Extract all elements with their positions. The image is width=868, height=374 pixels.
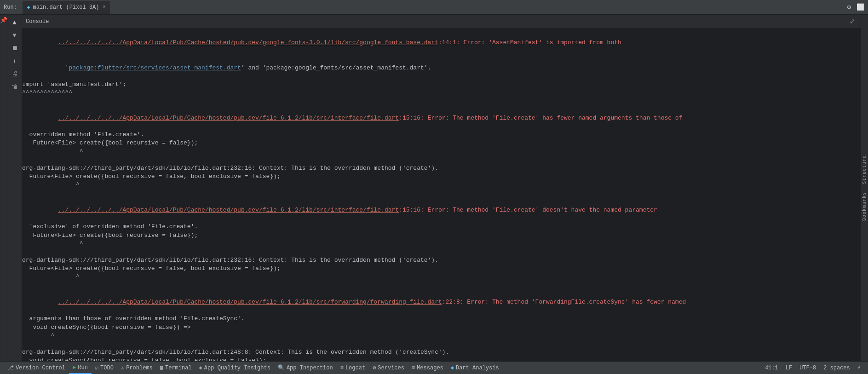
run-icon: ▶ xyxy=(73,364,76,371)
side-tabs: Structure Bookmarks xyxy=(861,15,868,361)
messages-item[interactable]: ≡ Messages xyxy=(408,362,447,374)
dart-analysis-icon: ◆ xyxy=(451,364,454,371)
version-control-label: Version Control xyxy=(16,365,65,371)
problems-label: Problems xyxy=(126,365,153,371)
left-sidebar: ▲ ▼ ⏹ ⬇ 🖨 🗑 xyxy=(7,15,22,361)
logcat-icon: ≡ xyxy=(340,365,344,371)
console-toolbar: Console ⤢ xyxy=(22,15,861,29)
pin-icon[interactable]: 📌 xyxy=(0,17,7,24)
error-line-2d: ^ xyxy=(22,148,861,156)
todo-label: TODO xyxy=(100,365,114,371)
filter-button[interactable]: ⬇ xyxy=(9,55,21,67)
spacer-1 xyxy=(22,98,861,106)
settings-icon[interactable]: ⚙ xyxy=(847,3,851,11)
indent[interactable]: 2 spaces xyxy=(820,365,854,371)
context-line-3b: void createSync({bool recursive = false,… xyxy=(22,357,861,361)
cursor-position[interactable]: 41:1 xyxy=(761,365,782,371)
toolbar-expand-icon[interactable]: ⤢ xyxy=(848,17,857,26)
stop-button[interactable]: ⏹ xyxy=(9,42,21,54)
app-quality-item[interactable]: ◈ App Quality Insights xyxy=(195,362,274,374)
error-line-1d: ^^^^^^^^^^^^^^ xyxy=(22,89,861,97)
spacer-3 xyxy=(22,190,861,198)
context-line-1c: ^ xyxy=(22,181,861,189)
error-line-3d: ^ xyxy=(22,240,861,248)
indent-value: 2 spaces xyxy=(823,365,850,371)
console-label: Console xyxy=(26,18,49,25)
todo-item[interactable]: ☑ TODO xyxy=(92,362,117,374)
error-link-3[interactable]: ../../../../../../AppData/Local/Pub/Cach… xyxy=(58,207,399,213)
spacer-4 xyxy=(22,248,861,256)
error-line-4d: ^ xyxy=(22,332,861,340)
app-inspection-item[interactable]: 🔍 App Inspection xyxy=(274,362,337,374)
messages-icon: ≡ xyxy=(412,365,415,371)
link-flutter-services[interactable]: package:flutter/src/services/asset_manif… xyxy=(69,64,241,71)
run-label: Run: xyxy=(4,4,17,11)
console-output[interactable]: ../../../../../../AppData/Local/Pub/Cach… xyxy=(22,29,861,361)
error-line-1: ../../../../../../AppData/Local/Pub/Cach… xyxy=(22,30,861,56)
app-quality-label: App Quality Insights xyxy=(204,365,270,371)
services-icon: ⚙ xyxy=(373,364,376,371)
structure-tab[interactable]: Structure xyxy=(861,151,868,188)
services-item[interactable]: ⚙ Services xyxy=(369,362,408,374)
problems-item[interactable]: ⚠ Problems xyxy=(117,362,156,374)
error-link-1[interactable]: ../../../../../../AppData/Local/Pub/Cach… xyxy=(58,39,438,46)
encoding-value: UTF-8 xyxy=(799,365,816,371)
line-ending-value: LF xyxy=(786,365,792,371)
bookmarks-tab[interactable]: Bookmarks xyxy=(861,188,868,224)
context-line-2b: Future<File> create({bool recursive = fa… xyxy=(22,265,861,273)
encoding[interactable]: UTF-8 xyxy=(796,365,820,371)
run-item[interactable]: ▶ Run xyxy=(69,362,92,374)
run-label: Run xyxy=(78,364,88,371)
context-line-1: org-dartlang-sdk:///third_party/dart/sdk… xyxy=(22,164,861,173)
print-button[interactable]: 🖨 xyxy=(9,68,21,80)
main-tab[interactable]: ◆ main.dart (Pixel 3A) × xyxy=(23,1,110,14)
error-line-2c: Future<File> create({bool recursive = fa… xyxy=(22,139,861,147)
context-line-3: org-dartlang-sdk:///third_party/dart/sdk… xyxy=(22,348,861,357)
title-bar: Run: ◆ main.dart (Pixel 3A) × ⚙ ⬜ xyxy=(0,0,868,15)
dart-analysis-label: Dart Analysis xyxy=(456,365,499,371)
error-line-1b: 'package:flutter/src/services/asset_mani… xyxy=(22,56,861,81)
power-save[interactable]: ⚡ xyxy=(854,364,864,371)
app-quality-icon: ◈ xyxy=(199,364,202,371)
messages-label: Messages xyxy=(417,365,443,371)
problems-icon: ⚠ xyxy=(121,364,124,371)
services-label: Services xyxy=(378,365,404,371)
pin-area: 📌 xyxy=(0,15,7,361)
error-line-4b: arguments than those of overridden metho… xyxy=(22,315,861,323)
dart-icon: ◆ xyxy=(27,4,30,10)
expand-icon[interactable]: ⬜ xyxy=(857,3,864,11)
error-line-3b: 'exclusive' of overridden method 'File.c… xyxy=(22,223,861,231)
status-bar: ⎇ Version Control ▶ Run ☑ TODO ⚠ Problem… xyxy=(0,361,868,374)
console-right-icons: ⤢ xyxy=(848,17,857,26)
tab-name: main.dart (Pixel 3A) xyxy=(33,4,99,11)
spacer-2 xyxy=(22,156,861,164)
logcat-item[interactable]: ≡ Logcat xyxy=(337,362,369,374)
context-line-2: org-dartlang-sdk:///third_party/dart/sdk… xyxy=(22,256,861,265)
context-line-1b: Future<File> create({bool recursive = fa… xyxy=(22,173,861,181)
version-control-item[interactable]: ⎇ Version Control xyxy=(4,362,69,374)
error-link-4[interactable]: ../../../../../../AppData/Local/Pub/Cach… xyxy=(58,299,442,305)
clear-button[interactable]: 🗑 xyxy=(9,81,21,93)
power-save-icon: ⚡ xyxy=(857,364,861,371)
app-inspection-label: App Inspection xyxy=(287,365,333,371)
todo-icon: ☑ xyxy=(95,364,98,371)
error-line-3c: Future<File> create({bool recursive = fa… xyxy=(22,231,861,240)
error-line-2: ../../../../../../AppData/Local/Pub/Cach… xyxy=(22,106,861,131)
main-area: 📌 ▲ ▼ ⏹ ⬇ 🖨 🗑 Console ⤢ ../../../../../.… xyxy=(0,15,868,361)
error-line-1c: import 'asset_manifest.dart'; xyxy=(22,81,861,89)
scroll-up-button[interactable]: ▲ xyxy=(9,17,21,29)
status-right: 41:1 LF UTF-8 2 spaces ⚡ xyxy=(761,364,864,371)
error-line-3: ../../../../../../AppData/Local/Pub/Cach… xyxy=(22,198,861,223)
terminal-item[interactable]: ▦ Terminal xyxy=(156,362,195,374)
scroll-down-button[interactable]: ▼ xyxy=(9,29,21,41)
close-tab-button[interactable]: × xyxy=(103,5,105,10)
context-line-2c: ^ xyxy=(22,273,861,281)
version-control-icon: ⎇ xyxy=(7,364,14,371)
line-ending[interactable]: LF xyxy=(782,365,796,371)
spacer-5 xyxy=(22,282,861,290)
cursor-position-value: 41:1 xyxy=(765,365,778,371)
logcat-label: Logcat xyxy=(345,365,365,371)
terminal-label: Terminal xyxy=(165,365,192,371)
dart-analysis-item[interactable]: ◆ Dart Analysis xyxy=(447,362,503,374)
error-link-2[interactable]: ../../../../../../AppData/Local/Pub/Cach… xyxy=(58,115,399,121)
